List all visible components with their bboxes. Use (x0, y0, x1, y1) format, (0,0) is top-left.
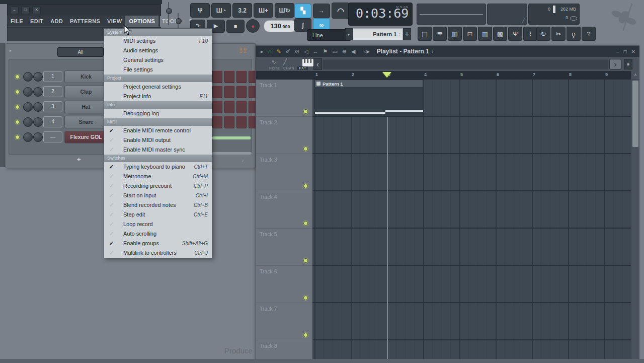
channel-number[interactable]: 3 (43, 101, 62, 112)
audio-clip-source-icon[interactable]: ∿ (271, 58, 276, 65)
rack-menu-arrow-icon[interactable]: ▸ (10, 48, 12, 53)
menu-item-multilink-to-controllers[interactable]: ✓Multilink to controllersCtrl+J (104, 248, 212, 258)
channel-enable-led[interactable] (15, 120, 20, 124)
volume-knob[interactable] (33, 132, 43, 142)
channel-name-button[interactable]: Flexure GOL (64, 131, 108, 143)
remote-control-icon[interactable]: Ψ (190, 3, 210, 18)
channel-enable-led[interactable] (15, 75, 20, 79)
preview-speaker-icon[interactable]: ◀ (351, 48, 355, 55)
track-enable-led[interactable] (303, 147, 308, 151)
plugin-picker-icon[interactable]: Ψ (508, 27, 522, 41)
menu-item-file-settings[interactable]: ✓File settings (104, 65, 212, 75)
slider-knob[interactable] (166, 8, 172, 14)
playback-tool-icon[interactable]: ⚑ (323, 48, 328, 55)
volume-knob[interactable] (33, 72, 43, 82)
scroll-left-button[interactable]: ‹ (313, 58, 322, 70)
pencil-tool-icon[interactable]: ✎ (276, 48, 281, 55)
tab-note[interactable]: NOTE (269, 66, 280, 70)
record-button[interactable]: ● (246, 19, 260, 33)
volume-knob[interactable] (33, 117, 43, 127)
master-volume-slider[interactable] (166, 2, 171, 25)
channel-enable-led[interactable] (15, 105, 20, 109)
scroll-right-button[interactable]: › (609, 59, 621, 69)
channel-name-button[interactable]: Kick (64, 70, 108, 83)
channel-enable-led[interactable] (15, 135, 20, 139)
step-button[interactable] (224, 101, 234, 113)
step-sequencer-toggle-icon[interactable]: ≣ (433, 27, 447, 41)
graph-editor-icon[interactable]: ⣿⣿ (239, 47, 248, 53)
project-picker-icon[interactable]: ▩ (493, 27, 507, 41)
step-button[interactable] (224, 70, 234, 83)
browser-toggle-icon[interactable]: ⊟ (463, 27, 477, 41)
pattern-picker-arrow-icon[interactable]: ▸ (345, 28, 353, 40)
channel-name-button[interactable]: Snare (64, 116, 108, 128)
menu-item-project-info[interactable]: ✓Project infoF11 (104, 92, 212, 101)
volume-knob[interactable] (33, 102, 43, 112)
add-pattern-button[interactable]: + (403, 28, 411, 40)
menu-item-enable-midi-output[interactable]: ✓Enable MIDI output (104, 135, 212, 145)
playlist-toggle-icon[interactable]: ▤ (418, 27, 432, 41)
pattern-display[interactable]: Pattern 1 : (353, 28, 403, 40)
piano-roll-toggle-icon[interactable]: ▦ (448, 27, 462, 41)
blend-recording-icon[interactable]: Ш+ (254, 3, 273, 18)
paint-tool-icon[interactable]: ✐ (286, 48, 290, 55)
step-button[interactable] (212, 101, 222, 113)
performance-mode-hat-icon[interactable]: ◠ (332, 3, 350, 19)
menubar-item-patterns[interactable]: PATTERNS (66, 16, 104, 27)
pan-knob[interactable] (23, 102, 33, 112)
channel-name-button[interactable]: Hat (64, 101, 108, 113)
playlist-title-arrow-icon[interactable]: › (432, 48, 434, 54)
slip-tool-icon[interactable]: ↔ (313, 48, 318, 54)
track-header-7[interactable]: Track 7 (256, 303, 312, 340)
playlist-hscrollbar[interactable] (323, 59, 608, 69)
cut-tool-icon[interactable]: ✂ (551, 27, 566, 41)
song-mode-button[interactable]: → (313, 4, 330, 18)
mic-record-icon[interactable]: ϙ (567, 27, 581, 41)
menu-item-general-settings[interactable]: ✓General settings (104, 55, 212, 65)
menu-item-recording-precount[interactable]: ✓Recording precountCtrl+P (104, 181, 212, 191)
menu-item-project-general-settings[interactable]: ✓Project general settings (104, 82, 212, 92)
menu-item-midi-settings[interactable]: ✓MIDI settingsF10 (104, 36, 212, 46)
step-button[interactable] (236, 101, 247, 113)
pan-knob[interactable] (23, 72, 33, 82)
playlist-vscrollbar[interactable]: ∧ (631, 71, 639, 363)
touch-controller-icon[interactable]: ⌇ (523, 27, 537, 41)
track-enable-led[interactable] (303, 333, 308, 337)
playlist-maximize-button[interactable]: □ (624, 49, 627, 54)
track-enable-led[interactable] (303, 184, 308, 188)
add-channel-button[interactable]: + (77, 156, 81, 163)
vscroll-thumb[interactable] (632, 81, 638, 147)
track-header-6[interactable]: Track 6 (256, 266, 312, 303)
select-tool-icon[interactable]: ▭ (332, 48, 337, 55)
eraser-icon[interactable]: ╱ (522, 18, 525, 23)
track-header-1[interactable]: Track 1 (256, 80, 312, 117)
playhead-marker[interactable] (382, 72, 391, 78)
channel-enable-led[interactable] (15, 90, 20, 94)
track-header-3[interactable]: Track 3 (256, 154, 312, 191)
pattern-clip-source-icon[interactable] (302, 59, 313, 66)
slider-knob[interactable] (176, 18, 182, 24)
menubar-item-add[interactable]: ADD (47, 16, 66, 27)
pan-knob[interactable] (23, 87, 33, 97)
app-maximize-button[interactable]: □ (21, 7, 30, 14)
time-display-panel[interactable]: 0:03:69 M:S:CS (348, 3, 413, 26)
playlist-minimize-button[interactable]: – (616, 49, 619, 54)
menu-item-enable-midi-master-sync[interactable]: ✓Enable MIDI master sync (104, 145, 212, 155)
zoom-tool-icon[interactable]: ⊕ (342, 48, 347, 55)
step-button[interactable] (236, 86, 247, 98)
wait-for-input-icon[interactable]: Ш◔ (211, 3, 231, 18)
mixer-toggle-icon[interactable]: ▥ (478, 27, 492, 41)
step-button[interactable] (212, 70, 222, 83)
menu-item-loop-record[interactable]: ✓Loop record (104, 220, 212, 229)
menu-item-step-edit[interactable]: ✓Step editCtrl+E (104, 210, 212, 220)
step-button[interactable] (212, 116, 222, 128)
track-header-5[interactable]: Track 5 (256, 229, 312, 266)
channel-number[interactable]: 2 (43, 86, 62, 97)
step-button[interactable] (236, 116, 247, 128)
track-enable-led[interactable] (303, 296, 308, 300)
detach-arrow-icon[interactable]: ▸ (261, 48, 264, 55)
snap-magnet-icon[interactable]: ∩ (268, 48, 272, 54)
playlist-close-button[interactable]: ✕ (631, 49, 635, 54)
channel-number[interactable]: — (43, 131, 62, 142)
rack-hscrollbar[interactable] (209, 152, 252, 155)
